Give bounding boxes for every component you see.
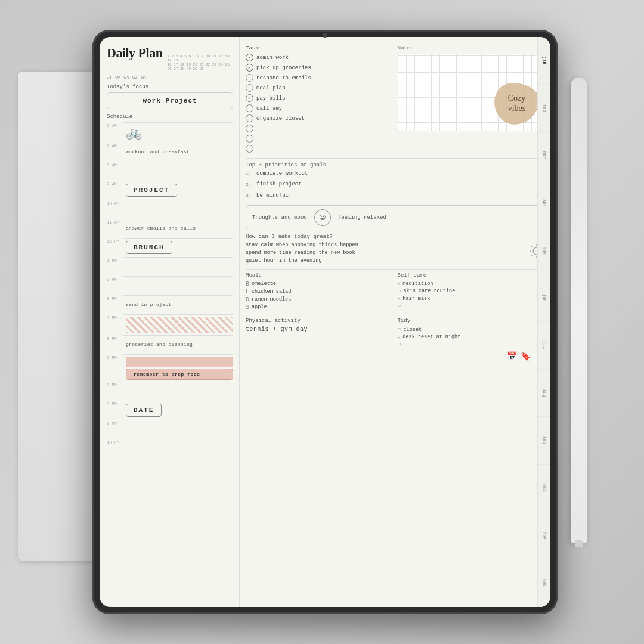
task-check[interactable] bbox=[246, 94, 253, 102]
time-slot-7am: 7 AM workout and breakfast bbox=[107, 143, 233, 162]
task-item bbox=[246, 135, 394, 143]
physical-label: Physical activity bbox=[246, 318, 394, 324]
time-slot-4pm: 4 PM bbox=[107, 314, 233, 335]
tidy-item: ○ bbox=[398, 341, 546, 348]
notes-grid: Cozyvibes bbox=[398, 54, 546, 131]
month-tab-nov[interactable]: nov bbox=[538, 512, 550, 560]
task-item: pay bills bbox=[246, 94, 394, 102]
time-slot-5pm: 5 PM groceries and planning bbox=[107, 335, 233, 354]
page-title: Daily Plan bbox=[107, 45, 162, 61]
date-box[interactable]: DATE bbox=[126, 404, 162, 417]
physical-section: Physical activity tennis + gym day bbox=[246, 318, 394, 349]
task-item bbox=[246, 145, 394, 153]
task-check[interactable] bbox=[246, 104, 253, 112]
task-item: respond to emails bbox=[246, 74, 394, 82]
month-tab-jul[interactable]: jul bbox=[538, 322, 550, 370]
priority-item: 3. be mindful bbox=[246, 193, 546, 199]
prep-food-box[interactable]: remember to prep food bbox=[126, 369, 233, 380]
meals-label: Meals bbox=[246, 273, 394, 278]
smiley-icon: ☺ bbox=[314, 209, 331, 226]
notes-label: Notes bbox=[398, 45, 546, 51]
month-tab-may[interactable]: may bbox=[538, 227, 550, 275]
month-tab-apr[interactable]: apr bbox=[538, 179, 550, 227]
great-day-label: How can I make today great? bbox=[246, 234, 546, 240]
task-check[interactable] bbox=[246, 125, 253, 132]
schedule-5pm: groceries and planning bbox=[126, 342, 193, 347]
self-care-item: ✏ meditation bbox=[398, 281, 546, 287]
focus-box[interactable]: work Project bbox=[107, 92, 233, 109]
month-tab-sep[interactable]: sep bbox=[538, 417, 550, 465]
great-day-item: quiet hour in the evening bbox=[246, 258, 525, 264]
time-slot-11am: 11 AM answer emails and calls bbox=[107, 219, 233, 238]
time-slot-6am: 6 AM 🚲 bbox=[107, 122, 233, 143]
footer-icons: 📅 🔖 bbox=[246, 351, 546, 361]
self-care-item: ✏ hair mask bbox=[398, 296, 546, 302]
time-slot-8pm: 8 PM DATE bbox=[107, 401, 233, 420]
task-check[interactable] bbox=[246, 145, 253, 153]
tidy-item: ○ closet bbox=[398, 326, 546, 333]
month-tab-dec[interactable]: dec bbox=[538, 559, 550, 607]
scene: Daily Plan 1 2 3 4 5 6 7 8 9 10 11 12 13… bbox=[0, 0, 644, 644]
task-item bbox=[246, 125, 394, 132]
tablet: Daily Plan 1 2 3 4 5 6 7 8 9 10 11 12 13… bbox=[92, 30, 558, 614]
time-slot-9am: 9 AM PROJECT bbox=[107, 181, 233, 200]
task-check[interactable] bbox=[246, 54, 253, 61]
month-tabs: jan feb mar apr may jun jul aug sep oct … bbox=[537, 37, 550, 607]
schedule-7am: workout and breakfast bbox=[126, 149, 190, 154]
month-tab-mar[interactable]: mar bbox=[538, 132, 550, 179]
physical-text: tennis + gym day bbox=[246, 326, 394, 333]
meals-selfcare-row: Meals B omelette L chicken salad D bbox=[246, 273, 546, 312]
task-item: meal plan bbox=[246, 84, 394, 92]
month-tab-feb[interactable]: feb bbox=[538, 85, 550, 132]
priorities-label: Top 3 priorities or goals bbox=[246, 162, 546, 168]
task-check[interactable] bbox=[246, 64, 253, 72]
notes-section: Notes Cozyvibes bbox=[398, 45, 546, 155]
meal-item: B omelette bbox=[246, 281, 394, 287]
tasks-notes-row: Tasks admin work pick up groceries bbox=[246, 45, 546, 155]
tasks-label: Tasks bbox=[246, 45, 394, 51]
task-check[interactable] bbox=[246, 135, 253, 143]
physical-tidy-row: Physical activity tennis + gym day Tidy … bbox=[246, 318, 546, 349]
project-box[interactable]: PROJECT bbox=[126, 184, 177, 197]
calendar-icon[interactable]: 📅 bbox=[507, 351, 517, 361]
bookmark-icon[interactable]: 🔖 bbox=[521, 351, 531, 361]
mood-box: Thoughts and mood ☺ feeling relaxed bbox=[246, 205, 546, 230]
great-day-item: spend more time reading the new book bbox=[246, 250, 525, 256]
planner: Daily Plan 1 2 3 4 5 6 7 8 9 10 11 12 13… bbox=[100, 37, 550, 607]
tidy-item: ✏ desk reset at night bbox=[398, 334, 546, 340]
mood-label: Thoughts and mood bbox=[252, 215, 307, 221]
left-panel: Daily Plan 1 2 3 4 5 6 7 8 9 10 11 12 13… bbox=[100, 37, 240, 607]
self-care-label: Self care bbox=[398, 273, 546, 278]
great-day-item: stay calm when annoying things happen bbox=[246, 242, 525, 248]
month-tab-jan[interactable]: jan bbox=[538, 37, 550, 85]
apple-pencil bbox=[571, 78, 587, 543]
priority-item: 1. complete workout bbox=[246, 171, 546, 177]
priorities-section: Top 3 priorities or goals 1. complete wo… bbox=[246, 162, 546, 199]
priority-item: 2. finish project bbox=[246, 181, 546, 187]
task-check[interactable] bbox=[246, 74, 253, 82]
brunch-box[interactable]: BRUNCH bbox=[126, 241, 172, 254]
bike-icon: 🚲 bbox=[126, 125, 142, 141]
month-tab-aug[interactable]: aug bbox=[538, 370, 550, 417]
task-item: organize closet bbox=[246, 114, 394, 122]
task-check[interactable] bbox=[246, 84, 253, 92]
time-slot-9pm: 9 PM bbox=[107, 420, 233, 439]
meal-item: D ramen noodles bbox=[246, 296, 394, 303]
time-slot-10am: 10 AM bbox=[107, 200, 233, 219]
time-slot-2pm: 2 PM bbox=[107, 276, 233, 295]
time-slot-1pm: 1 PM bbox=[107, 257, 233, 276]
schedule-section: Schedule 6 AM 🚲 7 AM workou bbox=[107, 114, 233, 458]
time-slot-10pm: 10 PM bbox=[107, 439, 233, 458]
task-item: pick up groceries bbox=[246, 64, 394, 72]
camera bbox=[323, 33, 327, 38]
month-tab-jun[interactable]: jun bbox=[538, 274, 550, 322]
right-panel: Tasks admin work pick up groceries bbox=[240, 37, 550, 607]
priority-line bbox=[246, 179, 546, 179]
task-check[interactable] bbox=[246, 114, 253, 122]
schedule-3pm: send in project bbox=[126, 302, 172, 307]
time-slot-8am: 8 AM bbox=[107, 162, 233, 181]
month-tab-oct[interactable]: oct bbox=[538, 465, 550, 512]
cozy-vibes: Cozyvibes bbox=[494, 83, 539, 125]
tasks-section: Tasks admin work pick up groceries bbox=[246, 45, 394, 155]
self-care-item: ○ skin care routine bbox=[398, 288, 546, 295]
